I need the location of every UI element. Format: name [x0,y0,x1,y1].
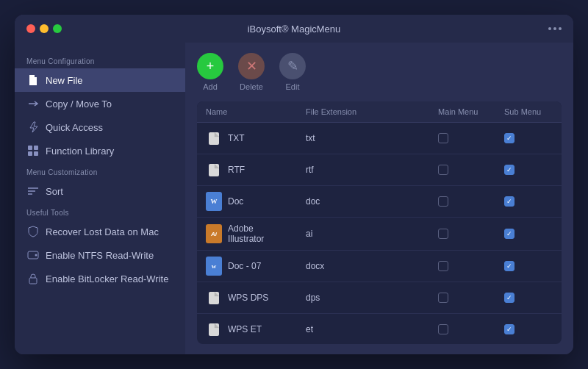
svg-point-5 [35,254,37,257]
sidebar-item-quick-access-label: Quick Access [46,122,103,133]
file-name: Doc [228,196,243,207]
sub-menu-checkbox[interactable] [504,324,514,334]
cell-name: W Doc [197,186,297,217]
sidebar-item-quick-access[interactable]: Quick Access [15,115,185,139]
shield-icon [26,225,40,238]
maximize-button[interactable] [53,24,62,33]
cell-main-menu [429,190,495,212]
sub-menu-checkbox[interactable] [504,133,514,143]
file-extension: doc [306,196,320,207]
file-type-icon [206,160,222,179]
sub-menu-checkbox[interactable] [504,165,514,175]
add-button[interactable]: + Add [197,53,223,91]
cell-main-menu [429,255,495,277]
file-type-icon [206,320,222,339]
cell-sub-menu [495,318,562,340]
delete-button[interactable]: ✕ Delete [238,53,265,91]
cell-extension: dps [297,287,429,309]
lock-icon [26,272,40,285]
menu-dots[interactable] [548,27,562,30]
lightning-icon [26,121,40,134]
table-row[interactable]: TXT txt [197,123,562,154]
dot-2 [553,27,556,30]
col-header-main-menu: Main Menu [429,101,495,122]
add-button-icon: + [197,53,223,79]
table-row[interactable]: w Doc - 07 docx [197,251,562,282]
col-header-sub-menu: Sub Menu [495,101,562,122]
file-name: RTF [228,165,245,175]
file-extension: rtf [306,165,314,175]
sidebar-item-new-file-label: New File [46,75,83,86]
sidebar-item-sort[interactable]: Sort [15,179,185,203]
main-menu-checkbox[interactable] [438,293,448,303]
sidebar-item-ntfs[interactable]: Enable NTFS Read-Write [15,243,185,267]
sidebar-item-copy-move[interactable]: Copy / Move To [15,92,185,115]
file-type-icon [206,129,222,148]
grid-icon [26,144,40,157]
svg-rect-3 [34,151,38,156]
dot-3 [559,27,562,30]
table-row[interactable]: Ai Adobe Illustrator ai [197,218,562,251]
file-type-icon: w [206,257,222,276]
cell-extension: docx [297,255,429,277]
table-row[interactable]: W Doc doc [197,186,562,218]
file-name: Doc - 07 [228,261,261,271]
minimize-button[interactable] [40,24,49,33]
svg-rect-6 [29,278,37,284]
svg-rect-7 [209,132,219,145]
toolbar: + Add ✕ Delete ✎ Edit [197,53,562,91]
sub-menu-checkbox[interactable] [504,261,514,271]
file-extension: ai [306,229,312,239]
table-row[interactable]: WPS DPS dps [197,282,562,314]
sidebar-item-copy-move-label: Copy / Move To [46,98,112,110]
close-button[interactable] [26,24,35,33]
sidebar-item-function-library[interactable]: Function Library [15,139,185,162]
table-row[interactable]: RTF rtf [197,154,562,186]
table-row[interactable]: WPS ET et [197,314,562,344]
table-body: TXT txt RTF rtf W Doc doc [197,123,562,344]
edit-button-icon: ✎ [279,53,306,79]
sidebar-item-recover-label: Recover Lost Data on Mac [46,226,159,237]
main-menu-checkbox[interactable] [438,165,448,175]
main-menu-checkbox[interactable] [438,196,448,207]
col-header-extension: File Extension [297,101,429,122]
sidebar-item-recover[interactable]: Recover Lost Data on Mac [15,220,185,243]
sub-menu-checkbox[interactable] [504,229,514,239]
arrow-icon [26,97,40,110]
cell-main-menu [429,318,495,340]
edit-button[interactable]: ✎ Edit [279,53,306,91]
sidebar-item-ntfs-label: Enable NTFS Read-Write [46,250,154,261]
file-type-icon: Ai [206,224,222,243]
cell-sub-menu [495,287,562,309]
main-area: + Add ✕ Delete ✎ Edit Name File Extensio… [185,43,573,354]
file-name: WPS ET [228,324,262,334]
content-area: Menu Configuration New File Copy / Move … [15,43,573,354]
sidebar-item-new-file[interactable]: New File [15,68,185,92]
sidebar-item-bitlocker-label: Enable BitLocker Read-Write [46,273,168,284]
cell-sub-menu [495,190,562,212]
file-extension: et [306,324,313,334]
cell-name: w Doc - 07 [197,251,297,282]
window-title: iBoysoft® MagicMenu [248,24,341,35]
traffic-lights [26,24,62,33]
cell-main-menu [429,127,495,149]
file-table: Name File Extension Main Menu Sub Menu T… [197,101,562,344]
sub-menu-checkbox[interactable] [504,196,514,207]
cell-extension: et [297,318,429,340]
svg-rect-13 [209,292,219,304]
cell-name: TXT [197,123,297,154]
section-label-useful-tools: Useful Tools [15,203,185,220]
main-menu-checkbox[interactable] [438,261,448,271]
main-menu-checkbox[interactable] [438,133,448,143]
sidebar-item-function-library-label: Function Library [46,146,114,157]
sidebar: Menu Configuration New File Copy / Move … [15,43,185,354]
main-menu-checkbox[interactable] [438,324,448,334]
svg-rect-2 [28,151,32,156]
add-button-label: Add [203,82,218,91]
sub-menu-checkbox[interactable] [504,293,514,303]
sort-icon [26,184,40,198]
main-menu-checkbox[interactable] [438,229,448,239]
cell-name: WPS ET [197,314,297,344]
svg-rect-10 [209,164,219,176]
sidebar-item-bitlocker[interactable]: Enable BitLocker Read-Write [15,267,185,290]
